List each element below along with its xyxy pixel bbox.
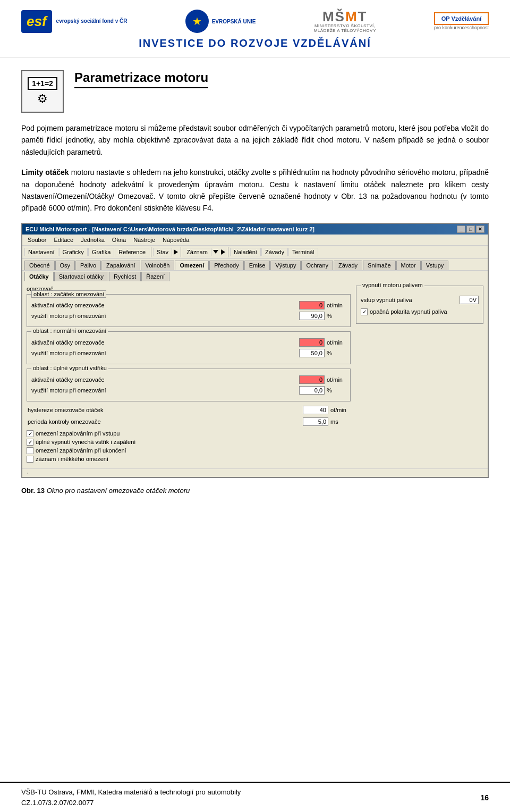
right-group-palivo: vypnutí motoru palivem vstup vypnutí pal… (356, 286, 483, 324)
footer-code: CZ.1.07/3.2.07/02.0077 (21, 798, 241, 808)
tab-otacky[interactable]: Otáčky (24, 272, 54, 281)
checkbox-opacna[interactable] (361, 308, 368, 315)
toolbar-zavady[interactable]: Závady (261, 248, 288, 256)
toolbar-terminal[interactable]: Terminál (288, 248, 318, 256)
checkbox-omezeni-zapalovani-ukonceni[interactable] (27, 447, 33, 454)
checkbox-row-4: záznam i měkkého omezení (27, 456, 351, 463)
op-vzdelavani-icon: OP Vzdělávání (434, 12, 489, 25)
aktivacni-unit-3: ot/min (327, 376, 346, 383)
vyuziti-label-2: využití motoru při omezování (31, 350, 299, 356)
main-content: 1+1=2 ⚙ Parametrizace motoru Pod pojmem … (0, 57, 510, 512)
field-row-vyuziti-1: využití motoru při omezování % (31, 312, 346, 320)
tab-omezeni[interactable]: Omezení (175, 261, 209, 270)
right-column: vypnutí motoru palivem vstup vypnutí pal… (356, 286, 483, 464)
paragraph2-rest: motoru nastavte s ohledem na jeho konstr… (21, 168, 489, 212)
vyuziti-input-3[interactable] (299, 386, 325, 395)
group-normalni-omezovani: oblast : normální omezování aktivační ot… (27, 331, 351, 364)
hystereze-label: hystereze omezovače otáček (28, 407, 303, 413)
tab-ochrany[interactable]: Ochrany (301, 261, 333, 270)
menu-jednotka[interactable]: Jednotka (78, 236, 108, 244)
mmt-subtext: MINISTERSTVO ŠKOLSTVÍ,MLÁDEŽE A TĚLOVÝCH… (314, 23, 376, 33)
tab-osy[interactable]: Osy (55, 261, 75, 270)
limity-bold: Limity otáček (21, 168, 69, 177)
field-row-perioda: perioda kontroly omezovače ms (28, 417, 350, 426)
aktivacni-input-1[interactable] (299, 301, 325, 309)
tab-palivo[interactable]: Palivo (75, 261, 101, 270)
menu-soubor[interactable]: Soubor (24, 236, 49, 244)
close-button[interactable]: ✕ (476, 225, 484, 233)
footer-page-number: 16 (480, 793, 489, 802)
tab-razeni[interactable]: Řazení (141, 272, 169, 281)
app-toolbar: Nastavení Graficky Grafika Reference Sta… (22, 246, 488, 259)
toolbar-stav[interactable]: Stav (153, 248, 172, 256)
figure-caption: Obr. 13 Okno pro nastavení omezovače otá… (21, 487, 489, 495)
app-body: omezovač oblast : začátek omezování akti… (22, 281, 488, 468)
vyuziti-label-1: využití motoru při omezování (31, 313, 299, 319)
field-row-hystereze: hystereze omezovače otáček ot/min (28, 406, 350, 414)
menu-napoveda[interactable]: Nápověda (159, 236, 192, 244)
toolbar-nastaveni[interactable]: Nastavení (24, 248, 58, 256)
toolbar-zaznam[interactable]: Záznam (183, 248, 211, 256)
group-zacatek-omezovani: oblast : začátek omezování aktivační otá… (27, 294, 351, 327)
perioda-label: perioda kontroly omezovače (28, 418, 303, 425)
tab-vystupy[interactable]: Výstupy (270, 261, 301, 270)
tab-zapalovani[interactable]: Zapalování (101, 261, 140, 270)
tab-prechody[interactable]: Přechody (209, 261, 243, 270)
vyuziti-label-3: využití motoru při omezování (31, 387, 299, 394)
toolbar-reference[interactable]: Reference (115, 248, 149, 256)
tab-row-2: Otáčky Startovací otáčky Rychlost Řazení (22, 270, 488, 281)
vstup-row: vstup vypnutí paliva (361, 296, 479, 304)
aktivacni-input-3[interactable] (299, 375, 325, 384)
aktivacni-label-1: aktivační otáčky omezovače (31, 302, 299, 308)
checkbox-uplne-vypnuti[interactable] (27, 439, 33, 446)
toolbar-grafika[interactable]: Grafika (88, 248, 114, 256)
toolbar-naladeni[interactable]: Naladění (230, 248, 261, 256)
menu-nastroje[interactable]: Nástroje (130, 236, 158, 244)
vstup-label: vstup vypnutí paliva (361, 297, 460, 303)
checkbox-label-3: omezení zapálováním při ukončení (36, 447, 126, 454)
field-row-vyuziti-3: využití motoru při omezování % (31, 386, 346, 395)
tab-motor[interactable]: Motor (396, 261, 421, 270)
toolbar-graficky[interactable]: Graficky (59, 248, 88, 256)
tab-obecne[interactable]: Obecné (24, 261, 55, 270)
maximize-button[interactable]: □ (466, 225, 475, 233)
tab-emise[interactable]: Emise (244, 261, 270, 270)
tab-rychlost[interactable]: Rychlost (109, 272, 141, 281)
aktivacni-input-2[interactable] (299, 338, 325, 347)
eu-logo: ★ EVROPSKÁ UNIE (185, 10, 256, 33)
aktivacni-label-2: aktivační otáčky omezovače (31, 339, 299, 346)
tab-snimace[interactable]: Snímače (363, 261, 395, 270)
paragraph1-text: Pod pojmem parametrizace motoru si můžem… (21, 122, 489, 158)
aktivacni-unit-1: ot/min (327, 302, 346, 308)
aktivacni-unit-2: ot/min (327, 339, 346, 346)
checkbox-omezeni-zapalovani[interactable] (27, 430, 33, 437)
menu-editace[interactable]: Editace (50, 236, 76, 244)
page-footer: VŠB-TU Ostrava, FMMI, Katedra materiálů … (0, 782, 510, 812)
vyuziti-input-1[interactable] (299, 312, 325, 320)
zaznam-arrow-down (213, 250, 218, 254)
op-subtext: pro konkurenceschopnost (434, 25, 489, 30)
checkboxes-group: omezení zapalováním při vstupu úplné vyp… (27, 430, 351, 463)
paragraph2-block: Limity otáček motoru nastavte s ohledem … (21, 166, 489, 214)
tab-vstupy[interactable]: Vstupy (421, 261, 449, 270)
tab-zavady[interactable]: Závady (334, 261, 362, 270)
stav-arrow-right (174, 249, 178, 255)
menu-okna[interactable]: Okna (109, 236, 129, 244)
vstup-input[interactable] (460, 296, 479, 304)
investice-title: INVESTICE DO ROZVOJE VZDĚLÁVÁNÍ (21, 37, 489, 49)
vyuziti-input-2[interactable] (299, 349, 325, 357)
minimize-button[interactable]: _ (457, 225, 465, 233)
footer-left: VŠB-TU Ostrava, FMMI, Katedra materiálů … (21, 787, 241, 808)
perioda-input[interactable] (303, 417, 328, 426)
tab-startovaci-otacky[interactable]: Startovací otáčky (54, 272, 108, 281)
hystereze-input[interactable] (303, 406, 328, 414)
tab-volnobeh[interactable]: Volnoběh (141, 261, 175, 270)
field-row-aktivacni-2: aktivační otáčky omezovače ot/min (31, 338, 346, 347)
checkbox-zaznam-mehkeho[interactable] (27, 456, 33, 463)
field-row-aktivacni-1: aktivační otáčky omezovače ot/min (31, 301, 346, 309)
group1-legend: oblast : začátek omezování (31, 290, 106, 298)
gear-icon: ⚙ (37, 92, 48, 106)
group3-legend: oblast : úplné vypnutí vstřiku (31, 365, 108, 371)
eu-text: EVROPSKÁ UNIE (212, 19, 256, 24)
field-row-aktivacni-3: aktivační otáčky omezovače ot/min (31, 375, 346, 384)
